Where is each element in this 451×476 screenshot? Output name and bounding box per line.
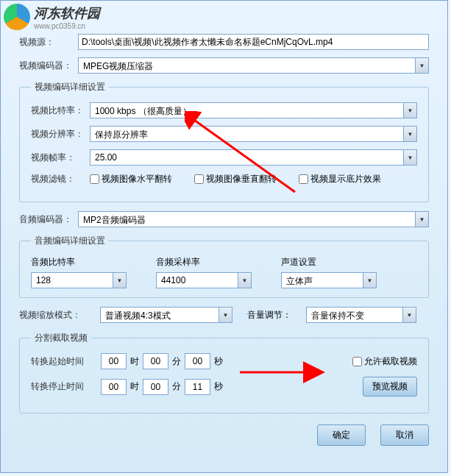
audio-detail-legend: 音频编码详细设置 <box>31 235 109 247</box>
audio-channel-select[interactable]: 立体声 ▼ <box>281 272 377 288</box>
video-encoder-select[interactable]: MPEG视频压缩器 ▼ <box>78 57 429 74</box>
audio-bitrate-label: 音频比特率 <box>31 256 127 269</box>
audio-encoder-value: MP2音频编码器 <box>79 212 415 227</box>
watermark-logo-icon <box>4 4 30 30</box>
chevron-down-icon[interactable]: ▼ <box>238 273 251 288</box>
video-bitrate-label: 视频比特率： <box>31 104 90 117</box>
video-scale-value: 普通视频4:3模式 <box>101 308 219 322</box>
audio-bitrate-select[interactable]: 128 ▼ <box>31 272 127 288</box>
chevron-down-icon[interactable]: ▼ <box>415 58 428 73</box>
preview-video-button[interactable]: 预览视频 <box>363 377 417 397</box>
video-encoder-value: MPEG视频压缩器 <box>79 58 415 73</box>
video-scale-label: 视频缩放模式： <box>19 309 85 322</box>
audio-encoder-select[interactable]: MP2音频编码器 ▼ <box>78 211 429 227</box>
watermark-url: www.pc0359.cn <box>34 22 100 30</box>
hour-unit-label: 时 <box>130 380 139 393</box>
allow-cut-checkbox[interactable] <box>352 357 362 366</box>
stop-sec-input[interactable] <box>185 379 210 395</box>
negative-effect-checkbox[interactable] <box>299 174 308 184</box>
audio-encoder-label: 音频编码器： <box>19 213 78 226</box>
ok-button[interactable]: 确定 <box>317 425 366 446</box>
video-resolution-select[interactable]: 保持原分辨率 ▼ <box>90 126 417 142</box>
chevron-down-icon[interactable]: ▼ <box>403 103 416 118</box>
video-resolution-label: 视频分辨率： <box>31 128 90 141</box>
audio-detail-fieldset: 音频编码详细设置 音频比特率 128 ▼ 音频采样率 44100 ▼ 声道设置 … <box>19 235 429 298</box>
chevron-down-icon[interactable]: ▼ <box>415 212 428 227</box>
flip-vertical-label: 视频图像垂直翻转 <box>206 173 277 185</box>
sec-unit-label: 秒 <box>214 380 223 393</box>
start-hour-input[interactable] <box>101 353 127 369</box>
cut-video-fieldset: 分割截取视频 转换起始时间 时 分 秒 允许截取视频 转换停止时间 时 分 秒 … <box>19 332 429 413</box>
video-framerate-label: 视频帧率： <box>31 152 90 164</box>
min-unit-label: 分 <box>172 355 181 368</box>
chevron-down-icon[interactable]: ▼ <box>219 308 232 322</box>
chevron-down-icon[interactable]: ▼ <box>403 150 416 165</box>
audio-channel-label: 声道设置 <box>281 256 377 269</box>
video-framerate-value: 25.00 <box>90 150 403 165</box>
audio-channel-value: 立体声 <box>282 273 363 288</box>
start-time-label: 转换起始时间 <box>31 355 97 368</box>
volume-value: 音量保持不变 <box>307 308 402 322</box>
stop-hour-input[interactable] <box>101 379 127 395</box>
video-source-input[interactable] <box>78 34 429 50</box>
video-detail-legend: 视频编码详细设置 <box>31 81 109 93</box>
video-filter-label: 视频滤镜： <box>31 173 90 185</box>
chevron-down-icon[interactable]: ▼ <box>113 273 126 288</box>
audio-samplerate-select[interactable]: 44100 ▼ <box>156 272 252 288</box>
video-bitrate-select[interactable]: 1000 kbps （很高质量） ▼ <box>90 102 417 118</box>
video-resolution-value: 保持原分辨率 <box>90 127 403 141</box>
audio-bitrate-value: 128 <box>32 273 113 288</box>
negative-effect-label: 视频显示底片效果 <box>310 173 381 185</box>
video-scale-select[interactable]: 普通视频4:3模式 ▼ <box>100 307 232 323</box>
allow-cut-label: 允许截取视频 <box>364 355 417 368</box>
audio-samplerate-label: 音频采样率 <box>156 256 252 269</box>
sec-unit-label: 秒 <box>214 355 223 368</box>
watermark-overlay: 河东软件园 www.pc0359.cn <box>0 0 104 34</box>
start-sec-input[interactable] <box>185 353 210 369</box>
video-source-label: 视频源： <box>19 36 78 49</box>
cut-video-legend: 分割截取视频 <box>31 332 91 344</box>
stop-min-input[interactable] <box>143 379 168 395</box>
min-unit-label: 分 <box>172 380 181 393</box>
chevron-down-icon[interactable]: ▼ <box>403 127 416 141</box>
watermark-title: 河东软件园 <box>34 4 100 22</box>
stop-time-label: 转换停止时间 <box>31 380 97 393</box>
volume-label: 音量调节： <box>247 309 291 322</box>
video-framerate-select[interactable]: 25.00 ▼ <box>90 149 417 166</box>
video-detail-fieldset: 视频编码详细设置 视频比特率： 1000 kbps （很高质量） ▼ 视频分辨率… <box>19 81 429 202</box>
video-encoder-label: 视频编码器： <box>19 60 78 72</box>
audio-samplerate-value: 44100 <box>157 273 238 288</box>
flip-horizontal-label: 视频图像水平翻转 <box>102 173 172 185</box>
dialog-window: 视频源： 视频编码器： MPEG视频压缩器 ▼ 视频编码详细设置 视频比特率： … <box>0 0 448 473</box>
chevron-down-icon[interactable]: ▼ <box>402 308 416 322</box>
chevron-down-icon[interactable]: ▼ <box>363 273 376 288</box>
flip-horizontal-checkbox[interactable] <box>90 174 99 184</box>
flip-vertical-checkbox[interactable] <box>194 174 204 184</box>
volume-select[interactable]: 音量保持不变 ▼ <box>306 307 416 323</box>
hour-unit-label: 时 <box>130 355 139 368</box>
video-bitrate-value: 1000 kbps （很高质量） <box>90 103 403 118</box>
cancel-button[interactable]: 取消 <box>380 425 429 446</box>
start-min-input[interactable] <box>143 353 168 369</box>
